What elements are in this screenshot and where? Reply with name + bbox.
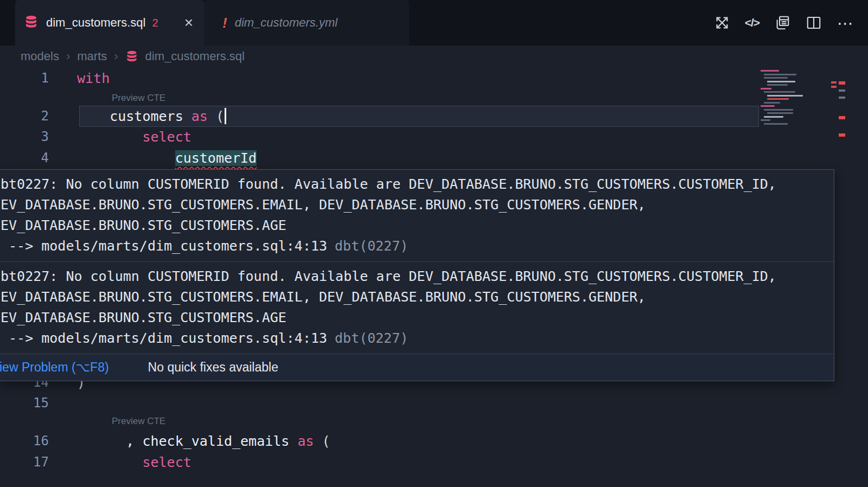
code-line-16[interactable]: 16 , check_valid_emails as ( (0, 431, 868, 452)
line-number: 16 (0, 431, 49, 452)
diagnostic-message: bt0227: No column CUSTOMERID found. Avai… (0, 170, 834, 262)
code-token (77, 129, 142, 145)
overview-ruler-error-mark (839, 116, 845, 119)
code-token (77, 150, 175, 166)
line-number: 4 (0, 148, 49, 169)
minimap-line (767, 84, 788, 86)
code-line-17[interactable]: 17 select (0, 452, 868, 473)
code-token: customers (110, 108, 183, 124)
overview-ruler-mark (839, 89, 845, 92)
code-token: select (142, 454, 191, 470)
diagnostic-text: EV_DATABASE.BRUNO.STG_CUSTOMERS.EMAIL, D… (1, 195, 834, 215)
line-number: 15 (0, 393, 49, 414)
line-content: customers as ( (77, 106, 226, 127)
code-token: check_valid_emails (142, 433, 289, 449)
codelens[interactable]: Preview CTE (112, 414, 165, 428)
minimap-line (767, 95, 803, 97)
line-number: 17 (0, 452, 49, 473)
minimap-line (767, 81, 795, 82)
code-token (77, 108, 110, 124)
code-token: as (297, 433, 314, 449)
line-number: 1 (0, 68, 49, 89)
overview-ruler-error-mark (839, 81, 845, 85)
code-token (289, 433, 297, 449)
overview-ruler-mark (839, 97, 845, 99)
minimap-line (761, 105, 775, 107)
error-highlighted-token: customerId (175, 150, 257, 166)
diagnostic-source: dbt(0227) (335, 330, 408, 346)
minimap-error-mark (831, 86, 837, 88)
minimap-line (767, 112, 793, 114)
line-number: 3 (0, 126, 49, 148)
diagnostic-text: bt0227: No column CUSTOMERID found. Avai… (1, 266, 834, 287)
code-token (77, 454, 142, 470)
view-problem-link[interactable]: iew Problem (⌥F8) (0, 360, 109, 375)
minimap[interactable] (761, 70, 838, 129)
diagnostic-location: --> models/marts/dim_customers.sql:4:13 (1, 238, 327, 254)
minimap-line (764, 77, 788, 79)
code-line-2[interactable]: 2 customers as ( (0, 106, 868, 127)
line-content: select (77, 126, 192, 148)
code-line-15[interactable]: 15 (0, 393, 868, 414)
code-token: with (77, 71, 110, 86)
minimap-line (761, 70, 779, 72)
code-token: , (77, 433, 142, 449)
no-quick-fixes-label: No quick fixes available (148, 360, 278, 375)
diagnostic-text: EV_DATABASE.BRUNO.STG_CUSTOMERS.AGE (1, 307, 834, 328)
diagnostic-location: --> models/marts/dim_customers.sql:4:13 (1, 330, 327, 346)
code-line-4[interactable]: 4 customerId (0, 148, 868, 169)
diagnostic-text: bt0227: No column CUSTOMERID found. Avai… (1, 174, 834, 195)
diagnostic-source: dbt(0227) (335, 238, 408, 254)
minimap-line (761, 88, 771, 89)
minimap-line (764, 123, 788, 125)
error-hover-popup: bt0227: No column CUSTOMERID found. Avai… (0, 169, 834, 381)
minimap-line (764, 116, 783, 118)
codelens[interactable]: Preview CTE (112, 91, 165, 105)
vscode-editor-window: { "window": { "tabs": [ { "title": "dim_… (0, 0, 868, 487)
overview-ruler-error-mark (839, 133, 845, 137)
code-token (314, 433, 322, 449)
diagnostic-location-line: --> models/marts/dim_customers.sql:4:13d… (1, 328, 834, 349)
minimap-line (764, 109, 793, 111)
code-token (183, 108, 192, 124)
minimap-line (767, 98, 789, 100)
minimap-line (764, 91, 795, 93)
minimap-line (764, 102, 780, 104)
code-token: as (192, 108, 208, 124)
line-content: customerId (77, 148, 257, 169)
line-content: , check_valid_emails as ( (77, 431, 330, 452)
code-line-3[interactable]: 3 select (0, 126, 868, 148)
diagnostic-message: bt0227: No column CUSTOMERID found. Avai… (0, 262, 834, 354)
code-token: ( (322, 433, 330, 449)
diagnostic-text: EV_DATABASE.BRUNO.STG_CUSTOMERS.AGE (1, 215, 834, 236)
hover-footer: iew Problem (⌥F8) No quick fixes availab… (0, 354, 834, 381)
line-content: select (77, 452, 192, 473)
code-token: ( (216, 108, 224, 124)
minimap-line (764, 74, 796, 75)
line-number: 2 (0, 106, 49, 127)
code-token: select (142, 129, 191, 145)
minimap-line (761, 119, 770, 121)
code-line-1[interactable]: 1with (0, 68, 868, 89)
text-cursor (225, 108, 226, 124)
diagnostic-text: EV_DATABASE.BRUNO.STG_CUSTOMERS.EMAIL, D… (1, 287, 834, 307)
code-token (208, 108, 216, 124)
line-content: with (77, 68, 110, 89)
diagnostic-location-line: --> models/marts/dim_customers.sql:4:13d… (1, 236, 834, 257)
minimap-error-mark (831, 81, 837, 84)
